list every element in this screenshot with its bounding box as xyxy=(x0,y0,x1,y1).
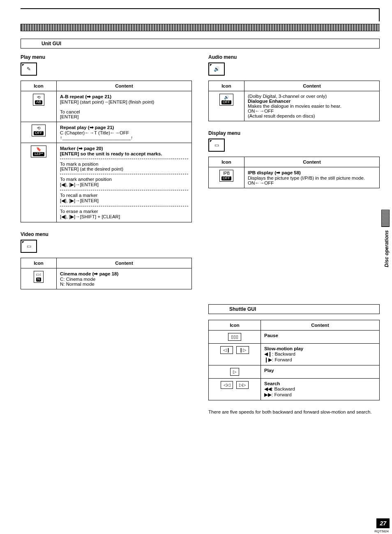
video-menu-table: Icon Content ▭↕ N Cinema mode (➡ page 18… xyxy=(21,258,192,289)
table-header-content: Content xyxy=(261,320,380,331)
right-column: Audio menu 🔊 Icon Content 🔊 OFF (Dolby D… xyxy=(208,54,380,414)
dialogue-enhancer-title: Dialogue Enhancer xyxy=(248,99,291,104)
table-row: ⟲ AB A-B repeat (➡ page 21) [ENTER] (sta… xyxy=(21,91,192,122)
table-header-icon: Icon xyxy=(209,157,244,167)
table-header-icon: Icon xyxy=(21,258,57,268)
video-menu-heading: Video menu xyxy=(21,231,192,237)
play-menu-heading: Play menu xyxy=(21,54,192,60)
table-header-icon: Icon xyxy=(21,81,57,91)
side-decorative-bar xyxy=(381,210,390,227)
pause-icon: ▯▯▯ xyxy=(228,333,241,341)
marker-icon: 🔖 123** xyxy=(31,146,46,157)
table-row: IPB OFF IPB display (➡ page 58) Displays… xyxy=(209,167,380,188)
table-row: 🔖 123** Marker (➡ page 20) [ENTER] so th… xyxy=(21,143,192,222)
play-title: Play xyxy=(264,368,274,373)
table-row: 🔊 OFF (Dolby Digital, 3-channel or over … xyxy=(209,91,380,121)
page-top-border xyxy=(21,8,380,21)
shuttle-gui-label-box: Shuttle GUI xyxy=(208,304,380,314)
dialogue-enhancer-icon: 🔊 OFF xyxy=(219,94,233,106)
left-column: Play menu ✎ Icon Content ⟲ AB A-B repeat… xyxy=(21,54,192,298)
display-menu-icon: ▭ xyxy=(208,139,225,152)
table-row: ▯▯▯ Pause xyxy=(209,331,380,344)
search-backward-icon: ◁◁ xyxy=(221,381,233,389)
display-menu-table: Icon Content IPB OFF IPB display (➡ page… xyxy=(208,157,380,188)
slow-motion-title: Slow-motion play xyxy=(264,346,303,351)
audio-menu-table: Icon Content 🔊 OFF (Dolby Digital, 3-cha… xyxy=(208,81,380,121)
decorative-noise-bar xyxy=(21,24,380,31)
table-row: ▭↕ N Cinema mode (➡ page 18) C: Cinema m… xyxy=(21,268,192,289)
ab-repeat-title: A-B repeat (➡ page 21) xyxy=(60,94,111,99)
table-row: ◁❙ ❙▷ Slow-motion play ◀❙: Backward ❙▶: … xyxy=(209,344,380,365)
table-header-content: Content xyxy=(244,157,380,167)
display-menu-heading: Display menu xyxy=(208,130,380,136)
ipb-display-icon: IPB OFF xyxy=(219,170,233,182)
ipb-display-title: IPB display (➡ page 58) xyxy=(248,170,301,175)
table-header-icon: Icon xyxy=(209,81,244,91)
play-menu-icon: ✎ xyxy=(21,62,37,76)
pause-title: Pause xyxy=(264,333,278,338)
video-menu-icon: ▭ xyxy=(21,240,37,253)
audio-menu-heading: Audio menu xyxy=(208,54,380,60)
side-tab-label: Disc operations xyxy=(384,230,390,267)
table-header-content: Content xyxy=(57,81,192,91)
table-header-icon: Icon xyxy=(209,320,261,331)
cinema-mode-icon: ▭↕ N xyxy=(34,271,44,283)
repeat-play-title: Repeat play (➡ page 21) xyxy=(60,125,114,130)
cinema-mode-title: Cinema mode (➡ page 18) xyxy=(60,271,118,276)
table-header-content: Content xyxy=(57,258,192,268)
play-icon: ▷ xyxy=(230,368,239,376)
table-row: ▷ Play xyxy=(209,365,380,379)
marker-title: Marker (➡ page 20) xyxy=(60,146,103,151)
audio-menu-icon: 🔊 xyxy=(208,62,225,76)
slow-backward-icon: ◁❙ xyxy=(220,346,233,354)
search-forward-icon: ▷▷ xyxy=(236,381,249,389)
shuttle-table: Icon Content ▯▯▯ Pause ◁❙ ❙▷ Slow-motion… xyxy=(208,320,380,400)
unit-gui-label-box: Unit GUI xyxy=(21,39,380,49)
ab-repeat-icon: ⟲ AB xyxy=(33,94,44,106)
slow-forward-icon: ❙▷ xyxy=(236,346,249,354)
shuttle-gui-label: Shuttle GUI xyxy=(229,306,256,312)
table-header-content: Content xyxy=(244,81,380,91)
play-menu-table: Icon Content ⟲ AB A-B repeat (➡ page 21)… xyxy=(21,81,192,222)
search-title: Search xyxy=(264,381,280,386)
table-row: ⟲ OFF Repeat play (➡ page 21) C (Chapter… xyxy=(21,122,192,143)
table-row: ◁◁ ▷▷ Search ◀◀: Backward ▶▶: Forward xyxy=(209,379,380,400)
shuttle-note: There are five speeds for both backward … xyxy=(208,409,380,414)
repeat-play-icon: ⟲ OFF xyxy=(32,125,46,136)
unit-gui-label: Unit GUI xyxy=(42,41,61,46)
